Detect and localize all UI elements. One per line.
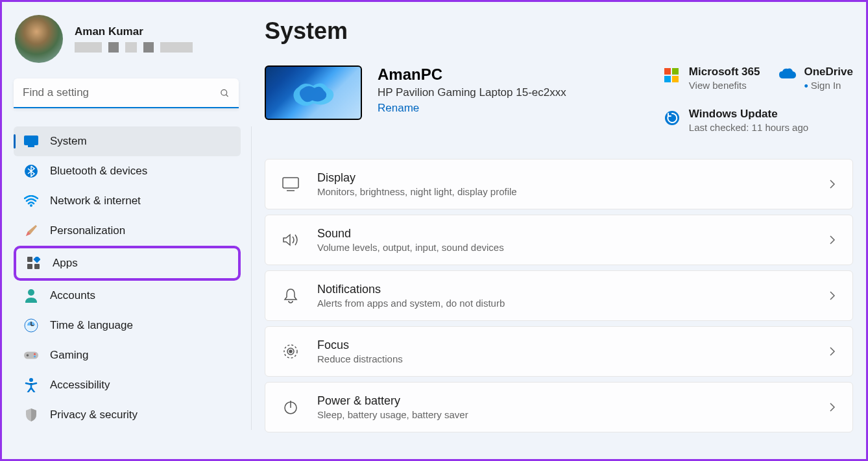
search-icon: [220, 89, 230, 99]
svg-point-24: [289, 350, 292, 353]
svg-rect-14: [24, 352, 38, 359]
chevron-right-icon: [829, 402, 836, 412]
svg-point-18: [29, 378, 33, 382]
update-icon: [664, 110, 680, 126]
sidebar-item-label: Time & language: [50, 319, 133, 332]
chevron-right-icon: [829, 290, 836, 301]
chevron-right-icon: [829, 179, 836, 189]
chevron-right-icon: [829, 346, 836, 357]
chevron-right-icon: [829, 235, 836, 245]
svg-point-10: [28, 289, 34, 296]
sidebar-item-privacy[interactable]: Privacy & security: [14, 400, 241, 430]
shield-icon: [24, 408, 38, 422]
quick-link-microsoft365[interactable]: Microsoft 365 View benefits: [664, 65, 760, 93]
user-name: Aman Kumar: [75, 25, 193, 38]
svg-point-5: [30, 204, 32, 207]
sidebar-item-label: Network & internet: [50, 195, 141, 207]
onedrive-icon: [779, 68, 795, 84]
accounts-icon: [24, 289, 38, 303]
sidebar-item-accounts[interactable]: Accounts: [14, 281, 241, 311]
user-profile[interactable]: Aman Kumar: [14, 15, 252, 63]
svg-line-1: [226, 95, 228, 97]
quick-link-windowsupdate[interactable]: Windows Update Last checked: 11 hours ag…: [664, 108, 853, 133]
power-icon: [282, 399, 299, 416]
accessibility-icon: [24, 378, 38, 392]
clock-icon: [24, 318, 38, 333]
sidebar-item-bluetooth[interactable]: Bluetooth & devices: [14, 156, 241, 186]
pc-thumbnail: [265, 65, 362, 120]
svg-rect-7: [33, 257, 40, 263]
settings-item-sound[interactable]: Sound Volume levels, output, input, soun…: [265, 215, 853, 265]
settings-item-power[interactable]: Power & battery Sleep, battery usage, ba…: [265, 382, 853, 432]
rename-link[interactable]: Rename: [378, 102, 649, 115]
sidebar-item-system[interactable]: System: [14, 126, 241, 156]
svg-point-0: [221, 89, 227, 95]
svg-rect-2: [24, 136, 38, 145]
focus-icon: [282, 343, 299, 360]
sidebar-item-gaming[interactable]: Gaming: [14, 340, 241, 370]
sidebar-item-accessibility[interactable]: Accessibility: [14, 370, 241, 400]
system-icon: [24, 134, 38, 148]
display-icon: [282, 176, 299, 193]
settings-item-display[interactable]: Display Monitors, brightness, night ligh…: [265, 159, 853, 209]
sidebar-item-label: Privacy & security: [50, 408, 138, 421]
bell-icon: [282, 287, 299, 304]
sidebar-item-label: System: [50, 135, 87, 148]
svg-rect-8: [27, 264, 32, 269]
svg-rect-20: [283, 178, 298, 188]
gamepad-icon: [24, 348, 38, 362]
sidebar-item-time[interactable]: Time & language: [14, 311, 241, 340]
avatar: [15, 15, 63, 63]
svg-point-17: [34, 355, 36, 357]
svg-rect-6: [27, 257, 32, 262]
sound-icon: [282, 231, 299, 248]
svg-point-15: [27, 354, 29, 357]
sidebar-item-label: Personalization: [50, 224, 125, 237]
settings-item-focus[interactable]: Focus Reduce distractions: [265, 326, 853, 377]
sidebar-item-label: Accessibility: [50, 379, 110, 392]
svg-rect-3: [28, 145, 34, 147]
wifi-icon: [24, 194, 38, 208]
quick-link-onedrive[interactable]: OneDrive •Sign In: [779, 65, 853, 93]
page-title: System: [265, 18, 853, 45]
pc-name: AmanPC: [378, 65, 649, 84]
search-input[interactable]: [14, 78, 239, 108]
apps-icon: [27, 256, 41, 270]
sidebar-item-label: Gaming: [50, 349, 89, 362]
sidebar-item-label: Apps: [53, 257, 78, 270]
pc-model: HP Pavilion Gaming Laptop 15-ec2xxx: [378, 86, 649, 99]
sidebar-item-apps[interactable]: Apps: [14, 246, 241, 281]
settings-item-notifications[interactable]: Notifications Alerts from apps and syste…: [265, 270, 853, 321]
sidebar-item-label: Bluetooth & devices: [50, 165, 147, 178]
sidebar-item-personalization[interactable]: Personalization: [14, 216, 241, 246]
bluetooth-icon: [24, 164, 38, 178]
user-email-redacted: [75, 42, 193, 53]
microsoft365-icon: [664, 68, 680, 84]
svg-rect-9: [34, 264, 40, 269]
sidebar-item-label: Accounts: [50, 289, 95, 302]
paintbrush-icon: [24, 224, 38, 238]
sidebar-item-network[interactable]: Network & internet: [14, 186, 241, 216]
svg-point-16: [34, 353, 36, 355]
